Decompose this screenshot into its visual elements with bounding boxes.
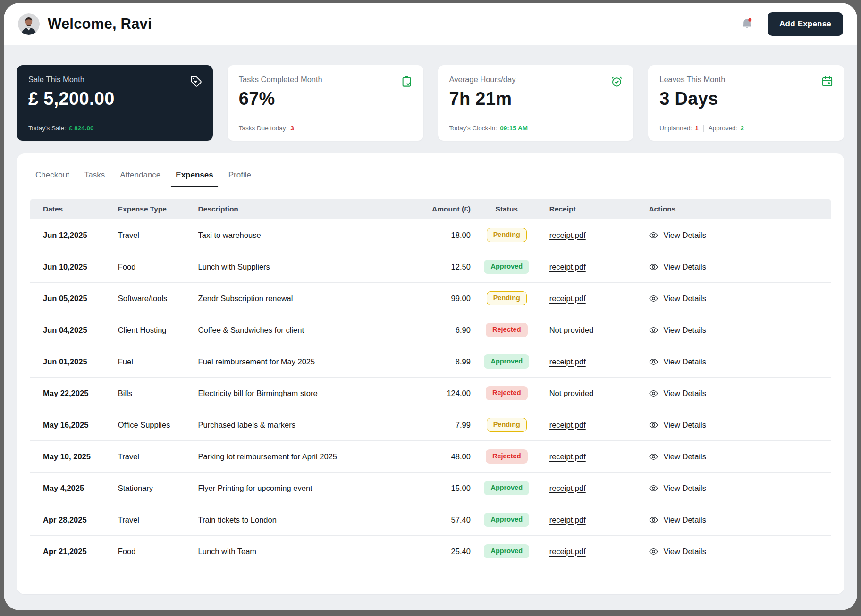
actions-cell: View Details [647,388,831,398]
table-row: Apr 21,2025FoodLunch with Team25.40Appro… [30,536,831,567]
view-details-button[interactable]: View Details [649,515,706,525]
receipt-link[interactable]: receipt.pdf [549,357,586,366]
view-details-label: View Details [663,389,706,398]
stat-sub-value: 09:15 AM [500,125,528,132]
expense-amount: 25.40 [414,547,471,556]
expense-amount: 12.50 [414,262,471,271]
expense-description: Lunch with Suppliers [198,262,414,271]
receipt-link[interactable]: receipt.pdf [549,547,586,556]
expense-description: Fuel reimbursement for May 2025 [198,357,414,366]
view-details-label: View Details [663,262,706,271]
actions-cell: View Details [647,262,831,272]
receipt-link[interactable]: receipt.pdf [549,262,586,271]
tab-tasks[interactable]: Tasks [84,170,105,187]
status-badge: Pending [487,291,527,305]
expense-date: Jun 05,2025 [30,294,118,303]
expense-description: Taxi to warehouse [198,231,414,240]
view-details-button[interactable]: View Details [649,294,706,304]
expense-amount: 57.40 [414,515,471,524]
bell-icon[interactable] [741,17,753,30]
table-row: May 4,2025StationaryFlyer Printing for u… [30,473,831,504]
expense-type: Stationary [118,484,198,493]
view-details-button[interactable]: View Details [649,420,706,430]
actions-cell: View Details [647,515,831,525]
bell-icon-glyph [741,17,753,30]
receipt-link[interactable]: receipt.pdf [549,421,586,429]
notification-dot [748,18,751,22]
expense-type: Food [118,262,198,271]
tab-checkout[interactable]: Checkout [35,170,69,187]
receipt-link[interactable]: receipt.pdf [549,231,586,239]
receipt-link[interactable]: receipt.pdf [549,452,586,461]
view-details-label: View Details [663,515,706,524]
column-header-expense-type: Expense Type [118,205,198,213]
table-header-row: DatesExpense TypeDescriptionAmount (£)St… [30,199,831,219]
expenses-table: DatesExpense TypeDescriptionAmount (£)St… [30,199,831,567]
table-row: Apr 28,2025TravelTrain tickets to London… [30,504,831,536]
actions-cell: View Details [647,452,831,462]
view-details-button[interactable]: View Details [649,547,706,557]
view-details-label: View Details [663,484,706,493]
expense-type: Food [118,547,198,556]
expense-date: May 16,2025 [30,421,118,430]
column-header-amount: Amount (£) [414,205,471,213]
view-details-button[interactable]: View Details [649,357,706,367]
status-badge: Approved [484,513,529,527]
stat-value: 7h 21m [449,89,623,109]
column-header-description: Description [198,205,414,213]
expense-type: Bills [118,389,198,398]
stat-value: 3 Days [659,89,833,109]
view-details-label: View Details [663,326,706,335]
eye-icon [649,420,658,430]
view-details-button[interactable]: View Details [649,262,706,272]
tab-profile[interactable]: Profile [228,170,251,187]
stat-card-hours: Average Hours/day 7h 21m Today's Clock-i… [438,65,634,141]
stat-card-leaves: Leaves This Month 3 Days Unplanned: 1 Ap… [648,65,844,141]
view-details-button[interactable]: View Details [649,388,706,398]
stat-title: Tasks Completed Month [239,75,412,84]
expense-amount: 15.00 [414,484,471,493]
column-header-receipt: Receipt [543,205,647,213]
add-expense-button[interactable]: Add Expense [768,12,843,36]
status-badge: Rejected [486,323,527,337]
eye-icon [649,325,658,335]
actions-cell: View Details [647,547,831,557]
expense-description: Electricity bill for Birmingham store [198,389,414,398]
tab-attendance[interactable]: Attendance [120,170,160,187]
view-details-button[interactable]: View Details [649,230,706,240]
receipt-cell: receipt.pdf [543,515,647,524]
view-details-button[interactable]: View Details [649,325,706,335]
alarm-check-icon [610,75,623,88]
table-row: Jun 10,2025FoodLunch with Suppliers12.50… [30,251,831,283]
actions-cell: View Details [647,325,831,335]
expense-description: Flyer Printing for upcoming event [198,484,414,493]
stat-card-sales: Sale This Month £ 5,200.00 Today's Sale:… [17,65,213,141]
expense-type: Software/tools [118,294,198,303]
avatar[interactable] [18,13,40,35]
status-cell: Rejected [471,386,543,400]
expense-amount: 8.99 [414,357,471,366]
tab-expenses[interactable]: Expenses [176,170,213,187]
status-cell: Rejected [471,323,543,337]
receipt-link[interactable]: receipt.pdf [549,515,586,524]
view-details-label: View Details [663,357,706,366]
clipboard-check-icon [400,75,413,88]
status-cell: Approved [471,544,543,558]
receipt-cell: receipt.pdf [543,294,647,303]
tag-icon [190,75,203,88]
status-cell: Pending [471,291,543,305]
table-row: Jun 01,2025FuelFuel reimbursement for Ma… [30,346,831,378]
eye-icon [649,230,658,240]
stat-sub-label: Unplanned: [659,125,692,132]
view-details-label: View Details [663,294,706,303]
stat-sub-value: 1 [695,125,699,132]
receipt-link[interactable]: receipt.pdf [549,484,586,492]
actions-cell: View Details [647,357,831,367]
receipt-cell: receipt.pdf [543,231,647,240]
expense-type: Travel [118,515,198,524]
expense-description: Train tickets to London [198,515,414,524]
view-details-button[interactable]: View Details [649,483,706,493]
eye-icon [649,547,658,557]
receipt-link[interactable]: receipt.pdf [549,294,586,303]
view-details-button[interactable]: View Details [649,452,706,462]
